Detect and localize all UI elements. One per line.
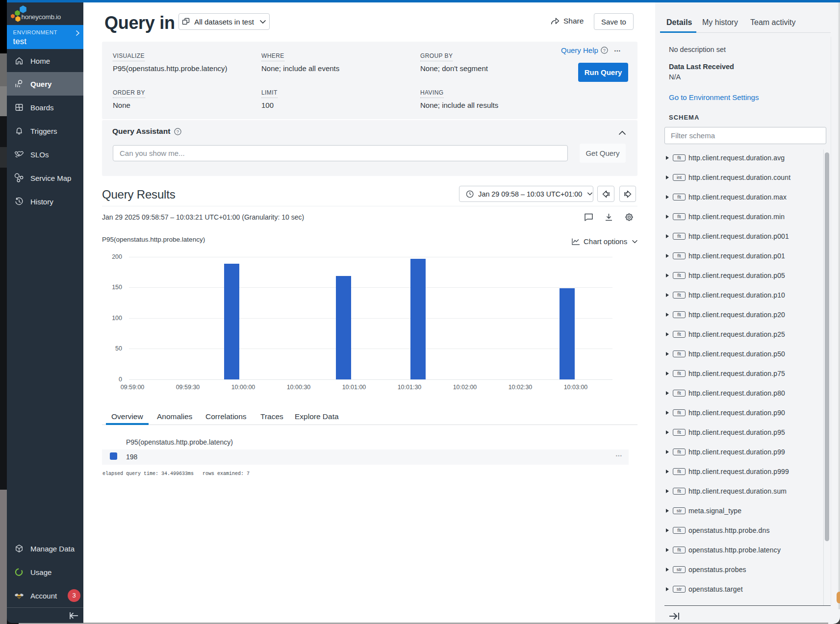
svg-text:?: ? bbox=[177, 128, 179, 134]
svg-text:honeycomb.io: honeycomb.io bbox=[22, 13, 61, 21]
svg-text:?: ? bbox=[603, 48, 606, 53]
